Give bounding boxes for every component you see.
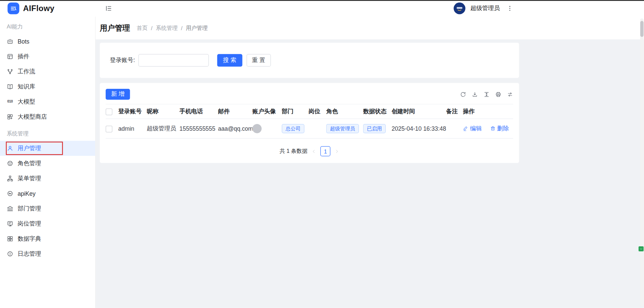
department-tag: 总公司 bbox=[282, 124, 305, 133]
pagination: 共 1 条数据 1 bbox=[106, 146, 513, 156]
app-name: AIFlowy bbox=[23, 4, 55, 13]
scroll-down-indicator[interactable] bbox=[639, 246, 644, 251]
sidebar-item-label: 用户管理 bbox=[18, 144, 41, 152]
menu-management-icon bbox=[7, 175, 13, 182]
edit-link[interactable]: 编辑 bbox=[463, 125, 482, 132]
col-created-at: 创建时间 bbox=[392, 104, 446, 119]
user-avatar[interactable] bbox=[454, 3, 466, 14]
sidebar-item-department-management[interactable]: 部门管理 bbox=[0, 201, 95, 216]
cell-login-account: admin bbox=[118, 119, 147, 138]
add-button[interactable]: 新 增 bbox=[106, 89, 130, 100]
cell-position bbox=[309, 119, 326, 138]
breadcrumb-separator: / bbox=[151, 25, 153, 31]
sidebar-item-label: 插件 bbox=[18, 53, 30, 61]
next-page-icon[interactable] bbox=[335, 149, 339, 153]
print-icon[interactable] bbox=[495, 91, 501, 98]
sidebar-item-label: 大模型 bbox=[18, 98, 36, 106]
col-position: 岗位 bbox=[309, 104, 326, 119]
sidebar-item-label: 知识库 bbox=[18, 83, 36, 91]
sidebar-section-ai: AI能力 bbox=[0, 18, 95, 34]
page-header: 用户管理 首页 / 系统管理 / 用户管理 bbox=[96, 17, 644, 40]
current-user-name[interactable]: 超级管理员 bbox=[471, 5, 500, 12]
top-bar: AIFlowy 超级管理员 bbox=[0, 0, 644, 17]
sidebar-item-user-management[interactable]: 用户管理 bbox=[0, 141, 95, 156]
sidebar-item-bots[interactable]: Bots bbox=[0, 34, 95, 49]
sidebar-item-label: 数据字典 bbox=[18, 235, 41, 243]
sidebar-item-label: 工作流 bbox=[18, 68, 36, 76]
sidebar: AI能力 Bots 插件 工作流 知识库 010 bbox=[0, 17, 96, 308]
sidebar-item-role-management[interactable]: 角色管理 bbox=[0, 156, 95, 171]
prev-page-icon[interactable] bbox=[312, 149, 316, 153]
user-management-icon bbox=[7, 145, 13, 152]
sidebar-item-llm[interactable]: 010 大模型 bbox=[0, 94, 95, 109]
delete-trash-icon bbox=[490, 126, 495, 131]
sidebar-item-plugins[interactable]: 插件 bbox=[0, 49, 95, 64]
sidebar-item-llm-store[interactable]: 大模型商店 bbox=[0, 109, 95, 124]
row-checkbox[interactable] bbox=[106, 126, 112, 132]
col-department: 部门 bbox=[282, 104, 309, 119]
llm-icon: 010 bbox=[7, 99, 13, 105]
select-all-checkbox[interactable] bbox=[106, 108, 112, 115]
col-login-account: 登录账号 bbox=[118, 104, 147, 119]
breadcrumb: 首页 / 系统管理 / 用户管理 bbox=[137, 24, 208, 32]
breadcrumb-current: 用户管理 bbox=[186, 24, 208, 32]
col-avatar: 账户头像 bbox=[253, 104, 282, 119]
cell-phone: 15555555555 bbox=[179, 119, 218, 138]
sidebar-item-apikey[interactable]: apiKey bbox=[0, 186, 95, 201]
sidebar-item-log-management[interactable]: 日志管理 bbox=[0, 246, 95, 261]
col-status: 数据状态 bbox=[363, 104, 392, 119]
col-phone: 手机电话 bbox=[179, 104, 218, 119]
login-account-input[interactable] bbox=[138, 54, 209, 67]
sidebar-item-label: 角色管理 bbox=[18, 160, 41, 167]
role-management-icon bbox=[7, 160, 13, 167]
search-panel: 登录账号: 搜 索 重 置 bbox=[100, 43, 519, 78]
col-email: 邮件 bbox=[218, 104, 253, 119]
plugin-icon bbox=[7, 53, 13, 60]
sidebar-item-position-management[interactable]: 岗位管理 bbox=[0, 216, 95, 231]
sidebar-item-workflow[interactable]: 工作流 bbox=[0, 64, 95, 79]
sidebar-section-system: 系统管理 bbox=[0, 124, 95, 141]
log-management-icon bbox=[7, 251, 13, 257]
pagination-total: 共 1 条数据 bbox=[279, 147, 307, 155]
api-key-icon bbox=[7, 190, 13, 197]
breadcrumb-home[interactable]: 首页 bbox=[137, 24, 148, 32]
refresh-icon[interactable] bbox=[460, 91, 466, 98]
sidebar-item-data-dictionary[interactable]: 数据字典 bbox=[0, 231, 95, 246]
workflow-icon bbox=[7, 68, 13, 75]
column-height-icon[interactable] bbox=[483, 91, 490, 98]
screen: AIFlowy 超级管理员 AI能力 bbox=[0, 0, 644, 308]
vertical-scrollbar[interactable] bbox=[640, 18, 644, 306]
users-table: 登录账号 昵称 手机电话 邮件 账户头像 部门 岗位 角色 数据状态 创建时间 … bbox=[106, 104, 513, 139]
col-remark: 备注 bbox=[446, 104, 463, 119]
department-icon bbox=[7, 205, 13, 212]
collapse-sidebar-icon[interactable] bbox=[105, 5, 113, 12]
table-panel: 新 增 bbox=[100, 83, 519, 163]
row-avatar bbox=[253, 124, 262, 133]
search-button[interactable]: 搜 索 bbox=[217, 54, 242, 67]
breadcrumb-separator: / bbox=[181, 25, 183, 31]
delete-link[interactable]: 删除 bbox=[490, 125, 509, 132]
reset-button[interactable]: 重 置 bbox=[247, 54, 271, 67]
position-icon bbox=[7, 221, 13, 227]
data-dictionary-icon bbox=[7, 236, 13, 242]
breadcrumb-system-management[interactable]: 系统管理 bbox=[156, 24, 178, 32]
col-operations: 操作 bbox=[463, 104, 513, 119]
app-logo-icon bbox=[8, 3, 19, 14]
llm-store-icon bbox=[7, 114, 13, 120]
export-icon[interactable] bbox=[472, 91, 478, 98]
status-tag: 已启用 bbox=[363, 124, 386, 133]
login-account-label: 登录账号: bbox=[110, 57, 135, 64]
scrollbar-thumb[interactable] bbox=[640, 21, 644, 37]
table-header-row: 登录账号 昵称 手机电话 邮件 账户头像 部门 岗位 角色 数据状态 创建时间 … bbox=[106, 104, 513, 119]
kebab-menu-icon[interactable] bbox=[505, 3, 515, 13]
cell-created-at: 2025-04-10 16:33:48 bbox=[392, 119, 446, 138]
page-title: 用户管理 bbox=[100, 23, 130, 33]
sidebar-item-knowledge-base[interactable]: 知识库 bbox=[0, 79, 95, 94]
sidebar-item-menu-management[interactable]: 菜单管理 bbox=[0, 171, 95, 186]
knowledge-base-icon bbox=[7, 83, 13, 90]
sidebar-item-label: 岗位管理 bbox=[18, 220, 41, 228]
sidebar-item-label: 日志管理 bbox=[18, 250, 41, 258]
column-settings-icon[interactable] bbox=[507, 91, 513, 98]
role-tag: 超级管理员 bbox=[326, 124, 359, 133]
page-number[interactable]: 1 bbox=[320, 146, 330, 156]
